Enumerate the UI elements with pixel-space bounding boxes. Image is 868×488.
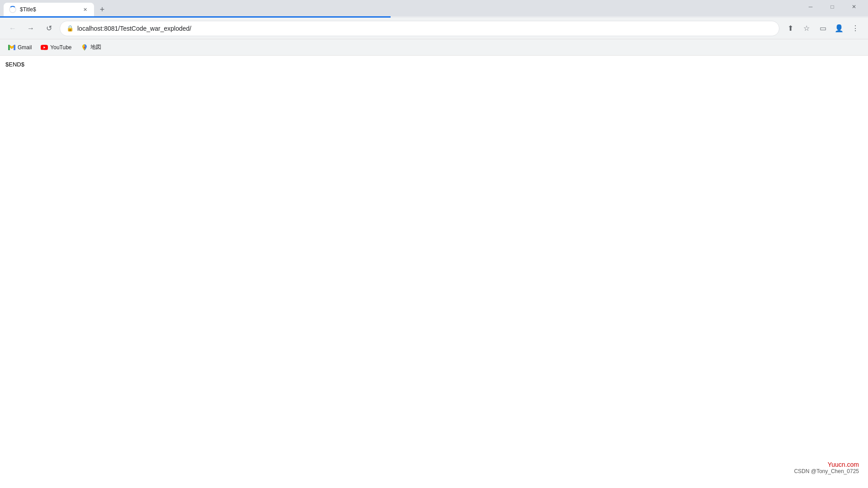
address-bar-wrapper[interactable]: 🔒 <box>60 21 779 36</box>
forward-button[interactable]: → <box>24 21 38 36</box>
sidebar-button[interactable]: ▭ <box>816 21 830 36</box>
watermark-site: Yuucn.com <box>794 461 859 468</box>
loading-progress <box>0 16 391 18</box>
bookmark-maps[interactable]: 地図 <box>77 42 105 53</box>
bookmark-maps-label: 地図 <box>90 43 101 51</box>
back-button[interactable]: ← <box>5 21 20 36</box>
maximize-button[interactable]: □ <box>822 0 843 14</box>
menu-button[interactable]: ⋮ <box>848 21 863 36</box>
bookmark-button[interactable]: ☆ <box>799 21 814 36</box>
title-bar: $Title$ ✕ + ─ □ ✕ <box>0 0 868 16</box>
reload-button[interactable]: ↺ <box>42 21 56 36</box>
address-input[interactable] <box>77 25 773 32</box>
bookmarks-bar: Gmail YouTube 地図 <box>0 39 868 56</box>
tabs-area: $Title$ ✕ + <box>4 0 798 16</box>
nav-actions: ⬆ ☆ ▭ 👤 ⋮ <box>783 21 863 36</box>
gmail-icon <box>8 44 15 51</box>
tab-close-button[interactable]: ✕ <box>81 6 89 13</box>
watermark: Yuucn.com CSDN @Tony_Chen_0725 <box>794 461 859 474</box>
nav-bar: ← → ↺ 🔒 ⬆ ☆ ▭ 👤 ⋮ <box>0 18 868 39</box>
bookmark-gmail-label: Gmail <box>18 44 32 51</box>
tab-title: $Title$ <box>20 6 78 13</box>
close-button[interactable]: ✕ <box>844 0 864 14</box>
lock-icon: 🔒 <box>66 25 74 32</box>
browser-window: $Title$ ✕ + ─ □ ✕ ← → ↺ <box>0 0 868 488</box>
window-controls: ─ □ ✕ <box>800 0 864 16</box>
minimize-button[interactable]: ─ <box>800 0 821 14</box>
tab-spinner <box>9 6 16 13</box>
share-button[interactable]: ⬆ <box>783 21 797 36</box>
page-body-text: $END$ <box>5 61 24 68</box>
maps-icon <box>81 44 88 51</box>
new-tab-button[interactable]: + <box>96 3 108 16</box>
bookmark-youtube-label: YouTube <box>50 44 71 51</box>
watermark-csdn: CSDN @Tony_Chen_0725 <box>794 468 859 474</box>
active-tab[interactable]: $Title$ ✕ <box>4 3 94 16</box>
page-content: $END$ Yuucn.com CSDN @Tony_Chen_0725 <box>0 56 868 488</box>
profile-button[interactable]: 👤 <box>832 21 846 36</box>
youtube-icon <box>41 44 48 51</box>
loading-bar <box>0 16 868 18</box>
bookmark-youtube[interactable]: YouTube <box>37 42 75 53</box>
bookmark-gmail[interactable]: Gmail <box>5 42 35 53</box>
